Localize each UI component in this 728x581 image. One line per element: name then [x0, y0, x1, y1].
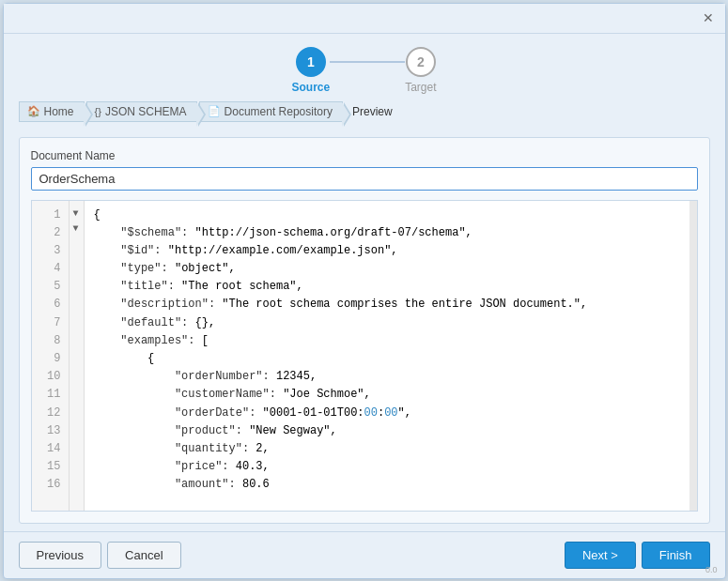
breadcrumb-current: Preview [345, 102, 400, 121]
breadcrumb-json-schema[interactable]: {} JSON SCHEMA [86, 101, 197, 122]
step-connector [330, 61, 405, 63]
line-numbers: 12345678910111213141516 [32, 201, 70, 511]
footer-right: Next > Finish [565, 542, 710, 569]
step-2: 2 Target [405, 47, 436, 94]
step-1: 1 Source [291, 47, 330, 94]
step-2-circle: 2 [406, 47, 436, 77]
import-wizard-dialog: ✕ 1 Source 2 Target 🏠 Home {} JSON SCHEM… [3, 3, 726, 579]
content-area: Document Name 12345678910111213141516 ▼▼… [4, 130, 725, 531]
step-1-circle: 1 [296, 47, 326, 77]
doc-name-label: Document Name [31, 149, 698, 162]
json-schema-icon: {} [95, 106, 101, 117]
previous-button[interactable]: Previous [19, 542, 102, 569]
footer-left: Previous Cancel [19, 542, 181, 569]
doc-repo-icon: 📄 [208, 105, 221, 117]
title-bar: ✕ [4, 4, 725, 34]
step-2-label: Target [405, 81, 436, 94]
finish-button[interactable]: Finish [642, 542, 710, 569]
next-button[interactable]: Next > [565, 542, 636, 569]
breadcrumb-home[interactable]: 🏠 Home [19, 101, 85, 122]
cancel-button[interactable]: Cancel [107, 542, 180, 569]
close-button[interactable]: ✕ [701, 10, 716, 25]
code-content: 12345678910111213141516 ▼▼ { "$schema": … [32, 201, 697, 511]
line-arrows: ▼▼ [70, 201, 85, 511]
scrollbar[interactable] [689, 201, 697, 511]
breadcrumb: 🏠 Home {} JSON SCHEMA 📄 Document Reposit… [4, 101, 725, 130]
form-section: Document Name 12345678910111213141516 ▼▼… [19, 137, 710, 524]
breadcrumb-doc-repo[interactable]: 📄 Document Repository [199, 101, 343, 122]
watermark: 0.0 [705, 565, 718, 574]
step-1-label: Source [291, 81, 330, 94]
code-lines[interactable]: { "$schema": "http://json-schema.org/dra… [85, 201, 689, 511]
code-editor: 12345678910111213141516 ▼▼ { "$schema": … [31, 200, 698, 512]
doc-name-input[interactable] [31, 167, 698, 191]
footer: Previous Cancel Next > Finish [4, 531, 725, 578]
wizard-steps: 1 Source 2 Target [4, 34, 725, 101]
home-icon: 🏠 [27, 105, 40, 117]
